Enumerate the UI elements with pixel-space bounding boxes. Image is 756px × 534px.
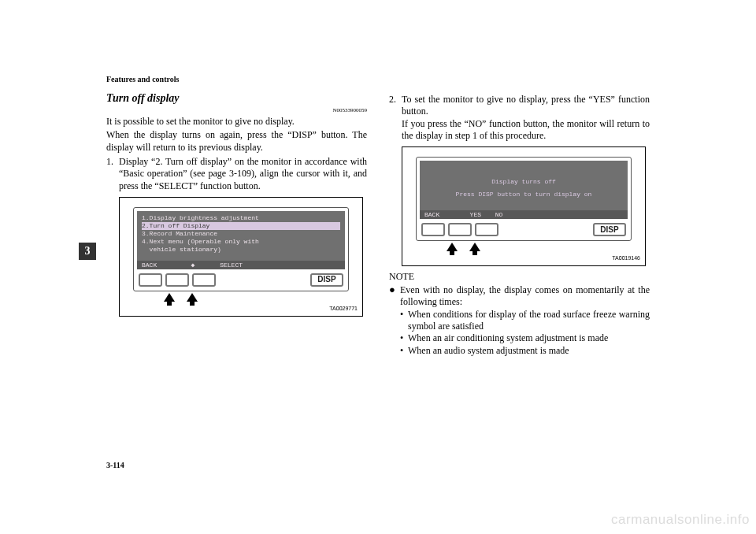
menu-row-4: 4.Next menu (Operable only with bbox=[142, 238, 340, 246]
figure-id: TA0019146 bbox=[612, 255, 640, 262]
menu-row-1: 1.Display brightness adjustment bbox=[142, 214, 340, 222]
monitor-device: 1.Display brightness adjustment 2.Turn o… bbox=[133, 207, 349, 291]
section-tab: 3 bbox=[79, 243, 96, 260]
note-sub-3: When an audio system adjustment is made bbox=[408, 345, 569, 357]
hw-button-1[interactable] bbox=[421, 223, 445, 236]
figure-2: Display turns off Press DISP button to t… bbox=[402, 146, 646, 266]
page-content: Features and controls Turn off display N… bbox=[106, 75, 650, 357]
softkey-back-label: BACK bbox=[424, 210, 456, 219]
softkey-no-label: NO bbox=[495, 210, 533, 219]
sub-bullet-icon: • bbox=[400, 345, 408, 357]
intro-para-1: It is possible to set the monitor to giv… bbox=[106, 116, 367, 128]
step-text: Display “2. Turn off display” on the mon… bbox=[119, 156, 367, 192]
hw-button-3[interactable] bbox=[475, 223, 498, 236]
figure-id: TA0029771 bbox=[329, 306, 358, 313]
sub-bullet-icon: • bbox=[400, 332, 408, 344]
left-column: Turn off display N00533900059 It is poss… bbox=[106, 91, 367, 357]
step-text: To set the monitor to give no display, p… bbox=[402, 94, 650, 142]
step-number: 1. bbox=[106, 156, 119, 192]
disp-button[interactable]: DISP bbox=[593, 223, 626, 236]
monitor-screen: 1.Display brightness adjustment 2.Turn o… bbox=[137, 211, 345, 269]
subheading: Turn off display bbox=[106, 91, 367, 106]
arrow-up-icon bbox=[469, 243, 480, 251]
hw-button-2[interactable] bbox=[448, 223, 472, 236]
note-sub-2: When an air conditioning system adjustme… bbox=[408, 332, 608, 344]
step2-line-a: To set the monitor to give no display, p… bbox=[402, 94, 650, 117]
note-sub-1: When conditions for display of the road … bbox=[408, 309, 650, 333]
note-text: Even with no display, the display comes … bbox=[400, 284, 650, 307]
menu-row-3: 3.Record Maintenance bbox=[142, 230, 340, 238]
screen-msg-2: Press DISP button to turn display on bbox=[424, 191, 623, 198]
note-bullet-icon: ● bbox=[389, 284, 400, 357]
softkey-mid-label: ◆ bbox=[177, 261, 209, 269]
softkey-yes-label: YES bbox=[460, 210, 491, 219]
doc-id: N00533900059 bbox=[106, 107, 367, 114]
menu-row-5: vehicle stationary) bbox=[142, 246, 340, 254]
page-number: 3-114 bbox=[106, 461, 124, 469]
softkey-bar: BACK YES NO bbox=[420, 210, 628, 219]
monitor-device: Display turns off Press DISP button to t… bbox=[416, 157, 632, 241]
watermark: carmanualsonline.info bbox=[611, 512, 750, 528]
arrow-up-icon bbox=[164, 293, 175, 302]
intro-para-2: When the display turns on again, press t… bbox=[106, 129, 367, 154]
hardware-button-row: DISP bbox=[137, 269, 345, 287]
figure-1: 1.Display brightness adjustment 2.Turn o… bbox=[119, 197, 363, 317]
softkey-back-label: BACK bbox=[142, 261, 173, 269]
hw-button-3[interactable] bbox=[192, 273, 216, 287]
step2-line-b: If you press the “NO” function button, t… bbox=[402, 118, 650, 141]
softkey-bar: BACK ◆ SELECT bbox=[137, 261, 345, 269]
pointer-arrows bbox=[164, 293, 354, 302]
sub-bullet-icon: • bbox=[400, 309, 408, 333]
step-number: 2. bbox=[389, 94, 402, 142]
arrow-up-icon bbox=[187, 293, 198, 302]
pointer-arrows bbox=[447, 243, 637, 251]
softkey-select-label: SELECT bbox=[213, 261, 250, 269]
screen-msg-1: Display turns off bbox=[424, 178, 623, 186]
hw-button-2[interactable] bbox=[165, 273, 189, 287]
arrow-up-icon bbox=[447, 243, 458, 251]
monitor-screen: Display turns off Press DISP button to t… bbox=[420, 161, 628, 219]
running-header: Features and controls bbox=[106, 75, 650, 83]
disp-button[interactable]: DISP bbox=[310, 273, 343, 287]
note-heading: NOTE bbox=[389, 271, 650, 283]
hardware-button-row: DISP bbox=[420, 219, 628, 237]
menu-row-2-selected: 2.Turn off Display bbox=[142, 222, 340, 230]
right-column: 2. To set the monitor to give no display… bbox=[389, 91, 650, 357]
hw-button-1[interactable] bbox=[139, 273, 162, 287]
